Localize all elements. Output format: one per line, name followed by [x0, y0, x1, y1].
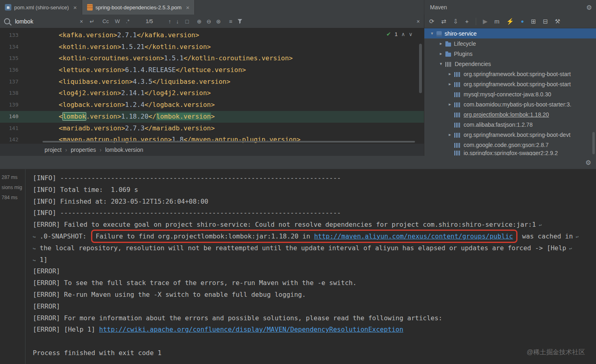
- open-in-find-window-icon[interactable]: □: [185, 18, 189, 25]
- add-maven-project-icon[interactable]: +: [465, 18, 469, 24]
- editor[interactable]: 133134135136137138139140141142 <kafka.ve…: [0, 28, 424, 144]
- maven-tree-label: org.springframework.boot:spring-boot-dev…: [464, 132, 570, 138]
- close-find-bar-icon[interactable]: ×: [417, 18, 420, 25]
- close-tab-icon[interactable]: ×: [186, 4, 189, 11]
- code-line[interactable]: <kafka.version>2.7.1</kafka.version>: [24, 30, 424, 41]
- run-maven-build-icon[interactable]: ▶: [483, 18, 488, 24]
- match-case-toggle[interactable]: Cc: [102, 18, 109, 24]
- tab-spring-boot-dependencies[interactable]: spring-boot-dependencies-2.5.3.pom ×: [82, 0, 195, 15]
- console-link[interactable]: http://maven.aliyun.com/nexus/content/gr…: [314, 232, 513, 240]
- expand-all-icon[interactable]: ⊞: [531, 18, 536, 24]
- editor-code[interactable]: <kafka.version>2.7.1</kafka.version><kot…: [24, 30, 424, 144]
- console-text-segment: [INFO] Finished at: 2023-05-12T15:26:04+…: [33, 198, 208, 205]
- breadcrumb-separator-icon: ›: [100, 147, 102, 153]
- soft-wrap-icon: ↩: [576, 234, 579, 240]
- remove-occurrence-icon[interactable]: ⊖: [206, 18, 211, 25]
- code-segment: <kafka.version>: [59, 31, 117, 39]
- words-toggle[interactable]: W: [115, 18, 120, 24]
- line-number: 138: [0, 87, 24, 99]
- maven-tree-row[interactable]: ▸com.baomidou:mybatis-plus-boot-starter:…: [424, 99, 596, 109]
- maven-tree-row[interactable]: ▸org.springframework.boot:spring-boot-st…: [424, 69, 596, 79]
- lib-icon: [454, 123, 461, 128]
- console-line: [ERROR] For more information about the e…: [33, 313, 596, 324]
- maven-tree-row[interactable]: ▸org.springframework.boot:spring-boot-de…: [424, 130, 596, 140]
- maven-tree-row[interactable]: mysql:mysql-connector-java:8.0.30: [424, 89, 596, 99]
- maven-tree-row[interactable]: org.projectlombok:lombok:1.18.20: [424, 109, 596, 119]
- tab-pom-xml[interactable]: m pom.xml (shiro-service) ×: [0, 0, 82, 15]
- console-line: ↪.0-SNAPSHOT: Failure to find org.projec…: [33, 231, 596, 243]
- new-line-icon[interactable]: ↵: [89, 18, 94, 25]
- gear-icon[interactable]: ⚙: [586, 4, 592, 11]
- search-input[interactable]: lombok: [15, 18, 80, 25]
- breadcrumb-item[interactable]: properties: [71, 147, 96, 153]
- line-number: 136: [0, 64, 24, 76]
- maven-tree-row[interactable]: com.alibaba:fastjson:1.2.78: [424, 119, 596, 130]
- maven-tree-row[interactable]: com.google.code.gson:gson:2.8.7: [424, 140, 596, 150]
- line-number: 133: [0, 30, 24, 41]
- code-line[interactable]: <lombok.version>1.18.20</lombok.version>: [24, 111, 424, 123]
- next-match-icon[interactable]: ↓: [176, 18, 179, 25]
- search-options-icon[interactable]: ≡: [229, 18, 232, 25]
- maven-tree-row[interactable]: ▸org.springframework.boot:spring-boot-st…: [424, 79, 596, 89]
- horizontal-scrollbar[interactable]: [43, 141, 415, 143]
- maven-panel: ⟳ ⇄ ⇩ + ▶ m ⚡ ● ⊞ ⊟ ⚒ ▾shiro-service▸Lif…: [424, 15, 596, 156]
- tree-scrollbar[interactable]: [592, 132, 595, 154]
- chevron-right-icon[interactable]: ▸: [445, 71, 454, 77]
- previous-match-icon[interactable]: ↑: [168, 18, 171, 25]
- chevron-right-icon[interactable]: ▸: [445, 102, 454, 107]
- next-highlight-icon[interactable]: ∨: [409, 31, 413, 37]
- chevron-right-icon[interactable]: ▸: [436, 41, 445, 46]
- skip-tests-icon[interactable]: ⚡: [507, 18, 514, 24]
- maven-settings-icon[interactable]: ⚒: [555, 18, 560, 24]
- execute-maven-goal-icon[interactable]: m: [494, 18, 500, 24]
- console-line: [ERROR]: [33, 266, 596, 277]
- code-line[interactable]: <kotlin-coroutines.version>1.5.1</kotlin…: [24, 53, 424, 64]
- breadcrumb-item[interactable]: lombok.version: [105, 147, 143, 153]
- console-line: [INFO] ---------------------------------…: [33, 172, 596, 184]
- code-line[interactable]: <log4j2.version>2.14.1</log4j2.version>: [24, 87, 424, 99]
- code-line[interactable]: <kotlin.version>1.5.21</kotlin.version>: [24, 41, 424, 53]
- add-occurrence-icon[interactable]: ⊕: [197, 18, 202, 25]
- breadcrumb-item[interactable]: project: [45, 147, 62, 153]
- prev-highlight-icon[interactable]: ∧: [401, 31, 405, 37]
- chevron-right-icon[interactable]: ▸: [445, 132, 454, 137]
- console-link[interactable]: http://cwiki.apache.org/confluence/displ…: [99, 326, 403, 333]
- maven-tree-row[interactable]: ▾shiro-service: [424, 28, 596, 38]
- maven-file-icon: m: [5, 4, 11, 11]
- code-line[interactable]: <liquibase.version>4.3.5</liquibase.vers…: [24, 76, 424, 88]
- maven-tree-row[interactable]: io.springfox:springfox-swagger2:2.9.2: [424, 150, 596, 155]
- reload-maven-projects-icon[interactable]: ⟳: [429, 18, 434, 24]
- code-segment: lombok.version: [156, 113, 211, 120]
- collapse-all-icon[interactable]: ⊟: [543, 18, 548, 24]
- regex-toggle[interactable]: .*: [126, 18, 130, 24]
- code-segment: <: [59, 113, 63, 120]
- code-line[interactable]: <mariadb.version>2.7.3</mariadb.version>: [24, 123, 424, 134]
- lib-icon: [454, 72, 461, 77]
- chevron-right-icon[interactable]: ▸: [445, 81, 454, 87]
- offline-mode-icon[interactable]: ●: [521, 19, 524, 24]
- vertical-scrollbar[interactable]: [419, 44, 422, 93]
- select-all-occurrences-icon[interactable]: ⊛: [216, 18, 221, 25]
- close-tab-icon[interactable]: ×: [73, 4, 77, 11]
- code-segment: </log4j2.version>: [145, 89, 211, 97]
- chevron-down-icon[interactable]: ▾: [436, 61, 445, 66]
- code-line[interactable]: <logback.version>1.2.4</logback.version>: [24, 99, 424, 111]
- clear-search-icon[interactable]: ×: [80, 18, 83, 25]
- console-text-segment: [ERROR] Re-run Maven using the -X switch…: [33, 291, 306, 298]
- console-settings-icon[interactable]: ⚙: [585, 159, 591, 166]
- maven-tree-row[interactable]: ▾Dependencies: [424, 59, 596, 69]
- code-segment: <logback.version>: [59, 101, 125, 109]
- download-sources-icon[interactable]: ⇩: [453, 18, 458, 24]
- generate-sources-icon[interactable]: ⇄: [441, 18, 447, 24]
- deps-icon: [445, 62, 452, 67]
- console-output: [INFO] ---------------------------------…: [26, 169, 596, 364]
- code-segment: <lettuce.version>: [59, 66, 125, 74]
- console-text-segment: [ERROR] [Help 1]: [33, 326, 99, 333]
- chevron-right-icon[interactable]: ▸: [436, 51, 445, 56]
- maven-tree-row[interactable]: ▸Lifecycle: [424, 38, 596, 49]
- inspection-widget[interactable]: ✔ 1 ∧ ∨: [386, 31, 413, 37]
- chevron-down-icon[interactable]: ▾: [428, 31, 436, 36]
- filter-icon[interactable]: [237, 19, 243, 24]
- code-line[interactable]: <lettuce.version>6.1.4.RELEASE</lettuce.…: [24, 64, 424, 76]
- maven-tree-row[interactable]: ▸Plugins: [424, 49, 596, 59]
